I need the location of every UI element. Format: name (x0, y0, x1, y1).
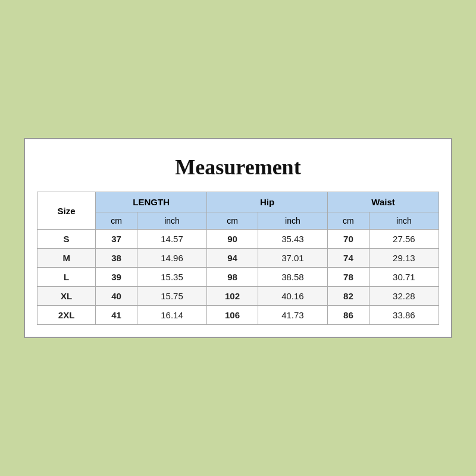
table-cell: 37 (96, 230, 137, 249)
table-row: M3814.969437.017429.13 (37, 249, 439, 268)
waist-column-header: Waist (328, 192, 439, 212)
table-cell: 78 (328, 268, 369, 287)
hip-cm-header: cm (207, 212, 258, 230)
size-column-header: Size (37, 192, 96, 230)
table-title: Measurement (37, 145, 439, 192)
table-cell: 15.35 (137, 268, 206, 287)
table-cell: 74 (328, 249, 369, 268)
hip-inch-header: inch (258, 212, 327, 230)
table-cell: 70 (328, 230, 369, 249)
table-cell: 41.73 (258, 306, 327, 325)
table-row: S3714.579035.437027.56 (37, 230, 439, 249)
measurement-table: Size LENGTH Hip Waist cm inch cm inch cm… (37, 192, 439, 325)
table-cell: 16.14 (137, 306, 206, 325)
table-cell: 39 (96, 268, 137, 287)
table-cell: 98 (207, 268, 258, 287)
table-cell: 30.71 (369, 268, 439, 287)
table-cell: S (37, 230, 96, 249)
table-cell: 40.16 (258, 287, 327, 306)
table-cell: 14.57 (137, 230, 206, 249)
table-cell: 94 (207, 249, 258, 268)
table-cell: 38 (96, 249, 137, 268)
table-cell: 33.86 (369, 306, 439, 325)
table-cell: 14.96 (137, 249, 206, 268)
table-cell: 38.58 (258, 268, 327, 287)
page-wrapper: Measurement Size LENGTH Hip Waist cm inc… (0, 0, 476, 476)
table-cell: 27.56 (369, 230, 439, 249)
table-row: L3915.359838.587830.71 (37, 268, 439, 287)
table-cell: 86 (328, 306, 369, 325)
table-cell: 29.13 (369, 249, 439, 268)
table-cell: XL (37, 287, 96, 306)
table-cell: 82 (328, 287, 369, 306)
table-cell: 40 (96, 287, 137, 306)
table-cell: 32.28 (369, 287, 439, 306)
length-column-header: LENGTH (96, 192, 207, 212)
length-inch-header: inch (137, 212, 206, 230)
measurement-table-container: Measurement Size LENGTH Hip Waist cm inc… (24, 138, 452, 338)
table-cell: 15.75 (137, 287, 206, 306)
table-cell: 90 (207, 230, 258, 249)
waist-cm-header: cm (328, 212, 369, 230)
table-cell: 102 (207, 287, 258, 306)
table-row: XL4015.7510240.168232.28 (37, 287, 439, 306)
length-cm-header: cm (96, 212, 137, 230)
table-cell: 41 (96, 306, 137, 325)
waist-inch-header: inch (369, 212, 439, 230)
table-cell: 35.43 (258, 230, 327, 249)
table-cell: L (37, 268, 96, 287)
table-cell: 2XL (37, 306, 96, 325)
hip-column-header: Hip (207, 192, 328, 212)
table-row: 2XL4116.1410641.738633.86 (37, 306, 439, 325)
table-cell: 37.01 (258, 249, 327, 268)
table-cell: 106 (207, 306, 258, 325)
table-cell: M (37, 249, 96, 268)
